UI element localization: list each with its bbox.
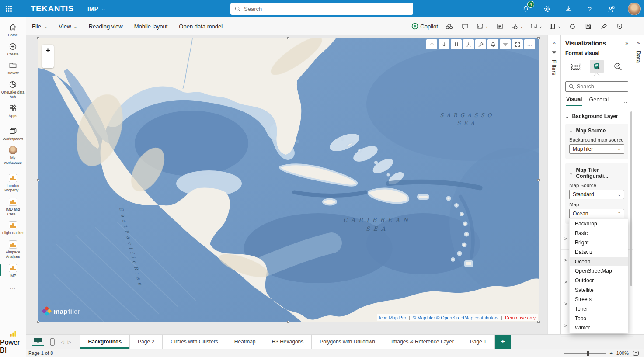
- nav-create[interactable]: Create: [0, 40, 26, 59]
- card-maptiler-config-header[interactable]: ⌄ Map Tiler Configurati...: [569, 167, 624, 179]
- nav-powerbi[interactable]: Power BI: [0, 330, 26, 357]
- menu-open-data-model[interactable]: Open data model: [173, 17, 228, 35]
- user-avatar[interactable]: [628, 3, 641, 15]
- visual-more-options-button[interactable]: …: [524, 39, 535, 49]
- page-tab[interactable]: Page 2: [130, 335, 163, 349]
- zoom-in-button[interactable]: +: [609, 350, 612, 356]
- format-more-icon[interactable]: …: [622, 98, 627, 104]
- maptiler-logo[interactable]: map tiler: [42, 306, 80, 316]
- download-button[interactable]: [564, 4, 573, 14]
- zoom-slider-thumb[interactable]: [587, 351, 589, 356]
- dropdown-option[interactable]: OpenStreetMap: [570, 266, 628, 276]
- dropdown-option[interactable]: Ocean: [570, 257, 628, 267]
- map-visual[interactable]: S A R G A S S O S E A C A R I B B E A N …: [38, 38, 539, 322]
- menu-view[interactable]: View⌄: [53, 17, 83, 35]
- search-input[interactable]: [244, 6, 409, 12]
- filters-applied-button[interactable]: [500, 39, 511, 49]
- expand-all-down-button[interactable]: [451, 39, 462, 49]
- page-tab[interactable]: Circles with Clusters: [163, 335, 226, 349]
- desktop-layout-button[interactable]: [32, 337, 44, 346]
- menu-reading-view[interactable]: Reading view: [83, 17, 129, 35]
- next-page-arrow[interactable]: ▷: [68, 340, 71, 344]
- map-style-select[interactable]: Ocean ⌃ Backdrop Basic Bright Dataviz Oc…: [569, 209, 624, 218]
- nav-report-london-property[interactable]: London Property...: [0, 172, 26, 195]
- format-search-input[interactable]: [577, 83, 625, 90]
- background-map-source-select[interactable]: MapTiler ⌄: [569, 144, 624, 154]
- nav-apps[interactable]: Apps: [0, 102, 26, 121]
- resize-handle[interactable]: [287, 37, 289, 39]
- pin-visual-button[interactable]: [475, 39, 486, 49]
- dropdown-option[interactable]: Outdoor: [570, 276, 628, 285]
- mobile-layout-button[interactable]: [50, 338, 55, 346]
- comments-button[interactable]: [459, 20, 471, 32]
- page-tab[interactable]: Images & Reference Layer: [383, 335, 462, 349]
- text-box-button[interactable]: [494, 20, 506, 32]
- build-visual-tab[interactable]: [569, 60, 583, 73]
- feedback-button[interactable]: [606, 4, 616, 14]
- data-pane-label[interactable]: Data: [635, 51, 642, 63]
- map-zoom-out-button[interactable]: −: [42, 56, 54, 68]
- insert-visual-button[interactable]: ⌄: [475, 20, 491, 32]
- dropdown-option[interactable]: Basic: [570, 229, 628, 238]
- resize-handle[interactable]: [537, 321, 540, 323]
- notifications-button[interactable]: 4: [521, 4, 530, 14]
- dropdown-option[interactable]: Satellite: [570, 285, 628, 295]
- pane-scrollbar[interactable]: [630, 111, 632, 286]
- global-search[interactable]: [230, 3, 413, 15]
- dropdown-option[interactable]: Toner: [570, 304, 628, 314]
- fit-to-page-button[interactable]: [633, 351, 639, 356]
- page-tab[interactable]: H3 Hexagons: [264, 335, 312, 349]
- more-options-button[interactable]: …: [629, 20, 641, 32]
- alert-button[interactable]: [487, 39, 498, 49]
- attribution-source-link[interactable]: Icon Map Pro: [379, 315, 406, 320]
- sensitivity-button[interactable]: [613, 20, 626, 32]
- zoom-slider[interactable]: [564, 353, 606, 354]
- format-search-box[interactable]: [565, 81, 628, 92]
- focus-mode-button[interactable]: [512, 39, 523, 49]
- dropdown-option[interactable]: Winter: [570, 323, 628, 333]
- resize-handle[interactable]: [37, 37, 39, 39]
- nav-workspaces[interactable]: Workspaces: [0, 125, 26, 144]
- page-view-button[interactable]: ⌄: [529, 20, 544, 32]
- card-map-source-header[interactable]: ⌄ Map Source: [569, 128, 624, 134]
- collapse-pane-icon[interactable]: »: [625, 40, 628, 46]
- page-tab[interactable]: Backgrounds: [80, 335, 130, 349]
- performance-analyzer-button[interactable]: [443, 20, 456, 32]
- settings-button[interactable]: [542, 4, 552, 14]
- attribution-providers-link[interactable]: © MapTiler © OpenStreetMap contributors: [413, 315, 499, 320]
- previous-page-arrow[interactable]: ◁: [61, 340, 64, 344]
- nav-report-airspace-analysis[interactable]: Airspace Analysis: [0, 238, 26, 262]
- map-zoom-in-button[interactable]: +: [42, 45, 54, 56]
- refresh-button[interactable]: [566, 20, 578, 32]
- pin-button[interactable]: [598, 20, 610, 32]
- resize-handle[interactable]: [37, 321, 39, 323]
- drill-up-button[interactable]: [426, 39, 437, 49]
- new-page-button[interactable]: ⌄: [547, 20, 563, 32]
- tab-general[interactable]: General: [589, 97, 609, 105]
- resize-handle[interactable]: [37, 179, 39, 181]
- nav-my-workspace[interactable]: My workspace: [0, 144, 26, 167]
- page-tab[interactable]: Page 1: [462, 335, 495, 349]
- resize-handle[interactable]: [287, 321, 289, 323]
- save-button[interactable]: [582, 20, 594, 32]
- page-tab[interactable]: Polygons with Drilldown: [312, 335, 383, 349]
- nav-home[interactable]: Home: [0, 21, 26, 40]
- help-button[interactable]: ?: [585, 4, 595, 14]
- expand-data-icon[interactable]: «: [637, 39, 640, 45]
- nav-report-flighttracker[interactable]: FlightTracker: [0, 219, 26, 238]
- format-visual-tab[interactable]: [590, 60, 604, 73]
- page-tab[interactable]: Heatmap: [226, 335, 264, 349]
- nav-browse[interactable]: Browse: [0, 59, 26, 78]
- dropdown-option[interactable]: Dataviz: [570, 247, 628, 257]
- dropdown-option[interactable]: Backdrop: [570, 219, 628, 229]
- section-background-layer[interactable]: ⌄ Background Layer: [565, 113, 628, 119]
- shapes-button[interactable]: ⌄: [509, 20, 525, 32]
- resize-handle[interactable]: [537, 179, 540, 181]
- nav-report-imp-active[interactable]: IMP: [0, 262, 26, 281]
- nav-more-button[interactable]: …: [10, 281, 16, 293]
- menu-file[interactable]: File⌄: [26, 17, 53, 35]
- analytics-tab[interactable]: [611, 60, 625, 73]
- dropdown-option[interactable]: Topo: [570, 314, 628, 323]
- expand-filters-icon[interactable]: «: [553, 39, 556, 45]
- dropdown-option[interactable]: Bright: [570, 238, 628, 247]
